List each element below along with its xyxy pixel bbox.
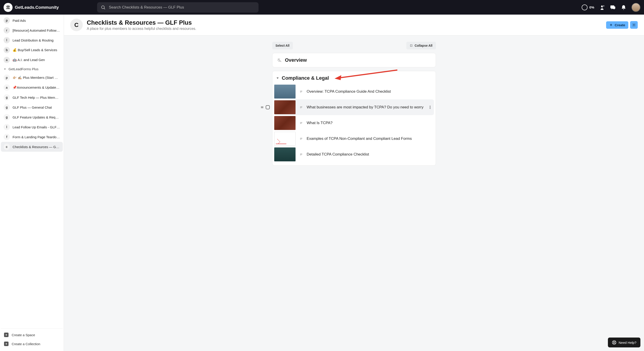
select-all-button[interactable]: Select All: [272, 42, 293, 49]
gear-icon: [632, 23, 636, 27]
sidebar-item[interactable]: fForm & Landing Page Teardowns: [1, 132, 63, 142]
resource-item[interactable]: Examples of TCPA Non-Compliant and Compl…: [274, 131, 434, 147]
sidebar-item[interactable]: lLead Distribution & Routing: [1, 35, 63, 45]
thumbnail: [274, 100, 296, 114]
document-icon: [300, 121, 303, 125]
overview-card[interactable]: Overview: [272, 53, 436, 67]
resource-item[interactable]: Overview: TCPA Compliance Guide And Chec…: [274, 84, 434, 99]
brand-name: GetLeads.Community: [15, 5, 59, 10]
sidebar-item[interactable]: gGLF Tech Help — Plus Members: [1, 93, 63, 102]
create-collection-label: Create a Collection: [12, 342, 40, 346]
svg-point-1: [8, 6, 10, 7]
sidebar-item[interactable]: gGLF Plus — General Chat: [1, 102, 63, 112]
compliance-card: Compliance & Legal Overview: TCPA Compli…: [272, 71, 436, 166]
plus-icon: +: [4, 332, 8, 337]
thumbnail: [274, 116, 296, 130]
svg-line-3: [104, 8, 105, 9]
svg-point-2: [102, 6, 104, 9]
sidebar-item-label: Checklists & Resources — GLF Plus: [12, 145, 60, 149]
svg-point-31: [613, 342, 615, 343]
sidebar-section-header[interactable]: GetLeadForms Plus: [1, 65, 63, 73]
search-input[interactable]: [109, 5, 255, 10]
sidebar-item[interactable]: a📌Announcements & Updates - Plus: [1, 83, 63, 93]
resource-item[interactable]: What Is TCPA?: [274, 115, 434, 131]
user-avatar[interactable]: [632, 3, 640, 12]
logo-icon: [4, 3, 12, 12]
sidebar-item[interactable]: cChecklists & Resources — GLF Plus: [1, 142, 63, 152]
sidebar-item-label: GLF Plus — General Chat: [12, 106, 52, 109]
sidebar-item-label: Lead Distribution & Routing: [12, 38, 54, 42]
progress-value: 0%: [589, 6, 594, 9]
sidebar-badge: r: [4, 27, 10, 34]
create-collection-button[interactable]: + Create a Collection: [1, 339, 63, 348]
document-icon: [300, 153, 303, 156]
sidebar-item-label: Paid Ads: [12, 19, 26, 23]
create-button-label: Create: [615, 23, 625, 27]
sidebar-item[interactable]: pPaid Ads: [1, 16, 63, 25]
sidebar-item[interactable]: a🤖 A.I. and Lead Gen: [1, 55, 63, 65]
sidebar-item[interactable]: gGLF Feature Updates & Requests: [1, 112, 63, 122]
page-avatar: C: [70, 19, 83, 31]
sidebar-badge: a: [4, 57, 10, 63]
search-icon: [101, 5, 106, 10]
svg-line-33: [615, 341, 615, 342]
overview-title: Overview: [285, 57, 307, 63]
notifications-icon[interactable]: [621, 5, 626, 10]
top-bar: GetLeads.Community 0%: [0, 0, 644, 15]
resource-title: What Is TCPA?: [307, 121, 333, 125]
sidebar-badge: f: [4, 134, 10, 140]
checkbox[interactable]: [266, 105, 270, 109]
more-icon[interactable]: [428, 105, 432, 109]
progress-ring-icon: [582, 5, 588, 10]
search-bar[interactable]: [97, 2, 258, 13]
create-space-button[interactable]: + Create a Space: [1, 330, 63, 339]
caret-down-icon: [276, 77, 279, 80]
messages-icon[interactable]: [610, 5, 616, 10]
svg-point-19: [430, 108, 430, 109]
collapse-icon: [410, 44, 413, 47]
svg-line-32: [613, 341, 614, 342]
sidebar-item-label: [Resource] Automated Follow-up: [12, 29, 60, 32]
resource-title: Overview: TCPA Compliance Guide And Chec…: [307, 89, 391, 94]
help-label: Need Help?: [619, 341, 636, 344]
thumbnail: [274, 85, 296, 99]
create-space-label: Create a Space: [12, 333, 35, 337]
collapse-all-button[interactable]: Collapse All: [406, 42, 436, 49]
sidebar-item[interactable]: r[Resource] Automated Follow-up: [1, 25, 63, 35]
drag-icon: [260, 106, 264, 109]
page-header: C Checklists & Resources — GLF Plus A pl…: [64, 15, 644, 36]
sidebar-badge: p: [4, 75, 10, 81]
document-icon: [300, 106, 303, 109]
sidebar-item-label: 🤖 A.I. and Lead Gen: [12, 58, 45, 62]
sidebar-badge: p: [4, 17, 10, 24]
help-widget[interactable]: Need Help?: [608, 337, 640, 347]
caret-down-icon: [4, 68, 6, 71]
sidebar-item[interactable]: p👉🏼 ✍🏼 Plus Members (Start Here): [1, 73, 63, 83]
svg-point-7: [634, 25, 634, 26]
sidebar-item[interactable]: lLead Follow Up Emails - GLF Plus: [1, 122, 63, 132]
compliance-section-header[interactable]: Compliance & Legal: [272, 71, 436, 82]
create-button[interactable]: Create: [606, 21, 628, 29]
sidebar-badge: g: [4, 104, 10, 110]
plus-icon: [609, 23, 613, 27]
progress-indicator[interactable]: 0%: [582, 5, 594, 10]
sidebar-badge: c: [4, 144, 10, 150]
help-icon: [612, 340, 616, 345]
settings-button[interactable]: [630, 21, 638, 29]
svg-point-18: [430, 107, 430, 108]
page-subtitle: A place for plus members to access helpf…: [87, 27, 196, 31]
add-user-icon[interactable]: [599, 5, 605, 10]
sidebar-badge: l: [4, 37, 10, 43]
hidden-icon: [278, 58, 282, 62]
resource-item[interactable]: What businesses are most impacted by TCP…: [274, 99, 434, 115]
sidebar-item[interactable]: b💰 Buy/Sell Leads & Services: [1, 45, 63, 55]
document-icon: [300, 137, 303, 140]
resource-item[interactable]: Detailed TCPA Compliance Checklist: [274, 147, 434, 162]
brand-logo[interactable]: GetLeads.Community: [4, 3, 59, 12]
sidebar-item-label: 👉🏼 ✍🏼 Plus Members (Start Here): [12, 76, 60, 80]
thumbnail: [274, 147, 296, 161]
sidebar: pPaid Adsr[Resource] Automated Follow-up…: [0, 15, 64, 351]
sidebar-badge: b: [4, 47, 10, 53]
sidebar-badge: g: [4, 94, 10, 101]
row-handle[interactable]: [260, 105, 270, 109]
